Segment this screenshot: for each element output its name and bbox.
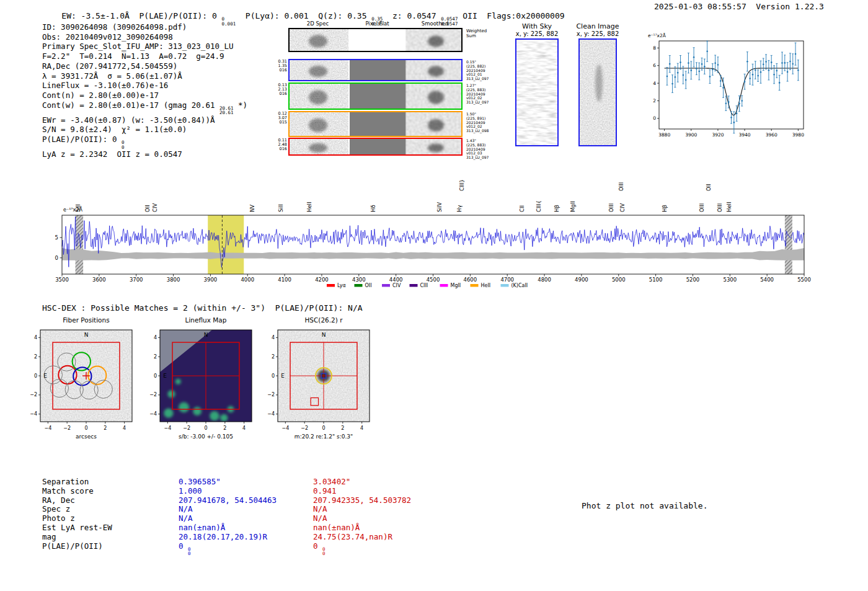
fiber-2d-strip (288, 82, 463, 110)
svg-text:4100: 4100 (278, 277, 291, 283)
match-value: 1.000 (179, 487, 313, 496)
legend-label: MgII (451, 283, 461, 288)
spectrum-line (62, 216, 804, 267)
svg-text:4200: 4200 (315, 277, 329, 283)
svg-text:3980: 3980 (792, 132, 804, 138)
match-table-row: mag20.18(20.17,20.19)R24.75(23.74,nan)R (42, 533, 487, 542)
svg-text:4600: 4600 (464, 277, 477, 283)
svg-text:4300: 4300 (352, 277, 366, 283)
legend-label: CIII (420, 283, 428, 288)
svg-text:5: 5 (55, 234, 58, 241)
east-label: E (163, 373, 167, 379)
cutout-xlabel: arcsecs (76, 433, 97, 440)
info-line-ewr: EWr = -3.40(±0.87) (w: -3.50(±0.84))Å (42, 115, 247, 125)
elixer-report-page: EW: -3.5±-1.0Å P(LAE)/P(OII): 0 00.001 P… (0, 0, 868, 591)
cutout-xlabel: s/b: -3.00 +/- 0.105 (179, 433, 233, 440)
photz-note: Phot z plot not available. (582, 501, 708, 510)
svg-text:2: 2 (34, 354, 37, 360)
lineflux-blob (175, 379, 181, 384)
svg-text:4: 4 (653, 81, 656, 86)
match-value: 20.18(20.17,20.19)R (179, 533, 313, 542)
match-value: nan(±nan)Å (179, 523, 313, 533)
with-sky-xy: x, y: 225, 882 (512, 30, 562, 37)
strip-right-meta: 1.27"(225, 883)20210409v012_02313_LU_097 (466, 84, 498, 105)
fiber-2d-strip (288, 138, 463, 156)
match-table-row: Spec zN/AN/A (42, 505, 487, 514)
fiber-2d-strip (288, 111, 463, 137)
cutout-xlabel: m:20.2 re:1.2" s:0.3" (294, 433, 353, 440)
svg-text:3920: 3920 (712, 132, 724, 138)
emission-line-label: Hγ (456, 205, 463, 212)
match-value: N/A (313, 505, 487, 514)
svg-text:−4: −4 (281, 425, 289, 431)
svg-text:5400: 5400 (760, 277, 774, 283)
svg-text:0: 0 (84, 425, 87, 431)
emission-line-label: CIII} (459, 179, 465, 191)
match-table-row: P(LAE)/P(OII)0 000 00 (42, 542, 487, 556)
legend-swatch (410, 284, 418, 287)
match-row-label: mag (42, 533, 179, 542)
strip-right-meta: 1.43"(225, 883)20210409v012_03313_LU_097 (466, 139, 498, 160)
fit-plot-ylabel: e⁻¹⁷x2Å (648, 33, 666, 38)
legend-swatch (355, 284, 363, 287)
flags-value: OII Flags:0x20000009 (458, 11, 564, 20)
match-value: N/A (179, 505, 313, 514)
masked-region (785, 215, 792, 274)
match-table-row: Photo zN/AN/A (42, 514, 487, 523)
svg-text:3880: 3880 (658, 132, 670, 138)
svg-text:4900: 4900 (575, 277, 588, 283)
emission-line-label: CIII{ (536, 200, 542, 212)
match-value: N/A (313, 514, 487, 523)
emission-line-label: OII (706, 184, 712, 191)
svg-text:−2: −2 (63, 425, 71, 431)
lineflux-blob (167, 390, 175, 398)
svg-text:−4: −4 (44, 425, 51, 431)
svg-text:0: 0 (272, 373, 275, 379)
match-value: 0 00 (179, 542, 313, 556)
emission-line-label: OIII (618, 182, 624, 191)
emission-line-label: Hδ (370, 205, 376, 212)
emission-line-label: CIV (152, 203, 158, 212)
legend-swatch (471, 284, 479, 287)
fiber-2d-strip (288, 59, 463, 81)
legend-swatch (440, 284, 448, 287)
svg-text:0: 0 (154, 373, 157, 379)
svg-text:4800: 4800 (538, 277, 551, 283)
info-line-sn: S/N = 9.8(±2.4) χ² = 1.1(±0.0) (42, 125, 247, 135)
svg-text:2: 2 (653, 98, 656, 104)
lineflux-blob (179, 402, 189, 412)
legend-label: (K)CaII (512, 283, 528, 288)
legend-label: CIV (392, 283, 401, 288)
svg-text:4700: 4700 (500, 277, 514, 283)
ew-summary: EW: -3.5±-1.0Å P(LAE)/P(OII): 0 (61, 11, 221, 20)
match-row-label: P(LAE)/P(OII) (42, 542, 179, 556)
svg-text:−2: −2 (30, 392, 37, 398)
north-label: N (204, 332, 208, 338)
svg-text:5000: 5000 (612, 277, 626, 283)
fit-curve (665, 68, 799, 115)
datetime-version: 2025-01-03 08:55:57 Version 1.22.3 (654, 2, 824, 11)
match-row-label: Separation (42, 478, 179, 487)
info-line-obs: Obs: 20210409v012_3090264098 (42, 32, 247, 42)
svg-text:3500: 3500 (55, 277, 69, 283)
svg-text:4: 4 (34, 335, 37, 340)
match-value: 0.396585" (179, 478, 313, 487)
match-value: 24.75(23.74,nan)R (313, 533, 487, 542)
svg-text:2: 2 (223, 425, 226, 431)
svg-text:4400: 4400 (389, 277, 403, 283)
svg-text:4000: 4000 (241, 277, 254, 283)
weighted-sum-strip (288, 28, 463, 52)
match-value: 3.03402" (313, 478, 487, 487)
svg-text:−4: −4 (267, 411, 275, 417)
north-label: N (84, 332, 89, 338)
emission-line-label: OIII (699, 203, 705, 212)
with-sky-panel: With Sky x, y: 225, 882 (512, 22, 562, 146)
match-value: 207.942335, 54.503782 (313, 496, 487, 505)
svg-text:3960: 3960 (766, 132, 777, 138)
spec2d-column-header: Smoothed (407, 20, 463, 27)
match-row-label: Est LyA rest-EW (42, 523, 179, 533)
legend-label: Lyα (337, 283, 346, 288)
match-row-label: Photo z (42, 514, 179, 523)
svg-text:3900: 3900 (685, 132, 697, 138)
strip-right-meta: 0.15"(225, 882)20210409v012_01313_LU_097 (466, 60, 498, 81)
